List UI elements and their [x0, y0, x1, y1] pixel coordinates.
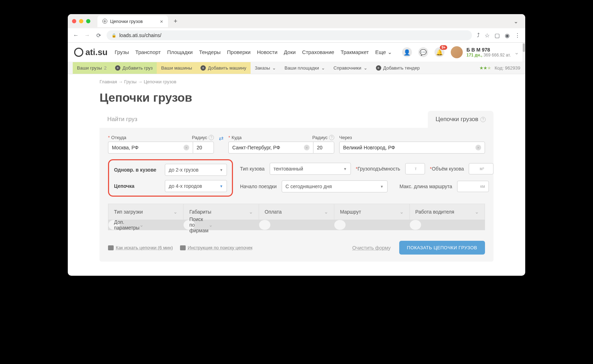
- browser-tab[interactable]: ⊚ Цепочки грузов ×: [97, 16, 168, 27]
- caret-icon: ▼: [343, 167, 347, 171]
- via-group: Через Великий Новгород, РФ×: [339, 135, 485, 154]
- plus-icon: +: [115, 65, 120, 71]
- chevron-down-icon: ⌄: [272, 65, 276, 71]
- filter-extra[interactable]: Доп. параметры⌄: [108, 220, 120, 230]
- submit-button[interactable]: ПОКАЗАТЬ ЦЕПОЧКИ ГРУЗОВ: [399, 241, 485, 255]
- user-days: 171 дн.,: [466, 53, 482, 58]
- subnav-orders[interactable]: Заказы ⌄: [251, 62, 280, 74]
- help-doc-link[interactable]: Инструкция по поиску цепочек: [180, 245, 253, 250]
- profile-icon[interactable]: 👤: [402, 47, 412, 57]
- page-title: Цепочки грузов: [100, 91, 493, 105]
- to-radius-input[interactable]: 20: [313, 142, 334, 154]
- url-bar: ← → ⟳ 🔒 loads.ati.su/chains/ ⤴ ☆ ▢ ◉ ⋮: [68, 28, 525, 42]
- tab-chains[interactable]: Цепочки грузов ?: [428, 111, 493, 128]
- nav-checks[interactable]: Проверки: [227, 49, 251, 55]
- simul-select[interactable]: до 2-х грузов▼: [165, 164, 227, 176]
- subnav-platforms[interactable]: Ваши площадки ⌄: [280, 62, 329, 74]
- close-window-icon[interactable]: [72, 19, 76, 23]
- maximize-window-icon[interactable]: [86, 19, 90, 23]
- breadcrumb-cargo[interactable]: Грузы: [124, 79, 137, 84]
- from-input[interactable]: Москва, РФ×: [108, 142, 193, 154]
- rating-stars-icon: ★★★: [479, 65, 491, 71]
- kebab-menu-icon[interactable]: ⋮: [515, 32, 520, 39]
- plus-icon: +: [200, 65, 206, 71]
- maxlen-input[interactable]: км: [457, 181, 489, 192]
- to-input[interactable]: Санкт-Петербург, РФ×: [228, 142, 313, 154]
- nav-docs[interactable]: Доки: [284, 49, 296, 55]
- subnav-your-cargo[interactable]: Ваши грузы 2: [73, 62, 111, 74]
- via-input[interactable]: Великий Новгород, РФ×: [339, 142, 485, 154]
- nav-tenders[interactable]: Тендеры: [199, 49, 221, 55]
- filter-route[interactable]: Маршрут⌄: [334, 204, 409, 220]
- help-icon[interactable]: ?: [209, 135, 214, 140]
- subnav-add-truck[interactable]: +Добавить машину: [196, 62, 251, 74]
- tab-strip: ⊚ Цепочки грузов × + ⌄: [68, 14, 525, 28]
- notification-badge: 9+: [440, 45, 447, 50]
- user-menu[interactable]: Б В М 978 171 дн., 369 666.92 ат. ⌄: [451, 46, 519, 58]
- subnav: Ваши грузы 2 +Добавить груз Ваши машины …: [68, 62, 525, 74]
- nav-insurance[interactable]: Страхование: [302, 49, 334, 55]
- tab-overflow-icon[interactable]: ⌄: [511, 17, 521, 26]
- bookmark-icon[interactable]: ☆: [485, 32, 490, 39]
- tab-close-icon[interactable]: ×: [160, 18, 163, 24]
- chevron-down-icon: ⌄: [249, 209, 253, 215]
- notifications-icon[interactable]: 🔔9+: [435, 47, 444, 57]
- minimize-window-icon[interactable]: [79, 19, 83, 23]
- chevron-down-icon: ⌄: [321, 65, 325, 71]
- tab-find-cargo[interactable]: Найти груз: [100, 111, 145, 128]
- browser-chrome: ⊚ Цепочки грузов × + ⌄ ← → ⟳ 🔒 loads.ati…: [68, 14, 525, 43]
- capacity-input[interactable]: т: [405, 163, 425, 174]
- nav-transport[interactable]: Транспорт: [135, 49, 161, 55]
- subnav-refs[interactable]: Справочники ⌄: [329, 62, 372, 74]
- subnav-add-tender[interactable]: +Добавить тендер: [372, 62, 424, 74]
- scrollbar-thumb[interactable]: [523, 43, 525, 52]
- browser-window: ⊚ Цепочки грузов × + ⌄ ← → ⟳ 🔒 loads.ati…: [68, 14, 525, 276]
- nav-cargo[interactable]: Грузы: [115, 49, 129, 55]
- window-controls: [72, 19, 90, 23]
- clear-icon[interactable]: ×: [304, 145, 310, 150]
- subnav-your-trucks[interactable]: Ваши машины: [157, 62, 196, 74]
- from-radius-input[interactable]: 20: [193, 142, 214, 154]
- help-video-link[interactable]: Как искать цепочки (6 мин): [108, 245, 173, 250]
- back-icon[interactable]: ←: [73, 32, 79, 38]
- subnav-add-cargo[interactable]: +Добавить груз: [111, 62, 157, 74]
- header-right: 👤 💬 🔔9+ Б В М 978 171 дн., 369 666.92 ат…: [402, 46, 519, 58]
- reload-icon[interactable]: ⟳: [95, 32, 102, 39]
- extension-icon[interactable]: ◉: [505, 32, 510, 39]
- scrollbar[interactable]: [522, 43, 525, 62]
- share-icon[interactable]: ⤴: [477, 32, 480, 39]
- nav-news[interactable]: Новости: [257, 49, 277, 55]
- sidepanel-icon[interactable]: ▢: [495, 32, 500, 39]
- body-type-select[interactable]: тентованный▼: [270, 163, 351, 175]
- start-select[interactable]: С сегодняшнего дня▼: [282, 180, 388, 192]
- help-icon[interactable]: ?: [480, 117, 486, 122]
- user-info: Б В М 978 171 дн., 369 666.92 ат.: [466, 47, 511, 58]
- clear-icon[interactable]: ×: [184, 145, 189, 150]
- filter-firms[interactable]: Поиск по фирмам⌄: [184, 220, 195, 230]
- forward-icon: →: [84, 32, 90, 38]
- url-field[interactable]: 🔒 loads.ati.su/chains/: [107, 30, 472, 40]
- chevron-down-icon: ⌄: [139, 222, 144, 228]
- filter-load-type[interactable]: Тип загрузки⌄: [108, 204, 183, 220]
- plus-icon: +: [376, 65, 381, 71]
- new-tab-button[interactable]: +: [171, 16, 180, 26]
- nav-trackmarket[interactable]: Тракмаркет: [341, 49, 369, 55]
- site-header: ati.su Грузы Транспорт Площадки Тендеры …: [68, 43, 525, 62]
- nav-more[interactable]: Еще ⌄: [375, 49, 392, 55]
- nav-platforms[interactable]: Площадки: [167, 49, 192, 55]
- chat-icon[interactable]: 💬: [418, 47, 428, 57]
- main-nav: Грузы Транспорт Площадки Тендеры Проверк…: [115, 49, 392, 55]
- page-tabs: Найти груз Цепочки грузов ?: [100, 111, 493, 128]
- breadcrumb-home[interactable]: Главная: [100, 79, 117, 84]
- chain-select[interactable]: до 4-х городов▼: [165, 180, 227, 192]
- clear-icon[interactable]: ×: [475, 145, 481, 150]
- subnav-right: ★★★ Код: 962939: [479, 65, 520, 71]
- help-icon[interactable]: ?: [329, 135, 334, 140]
- filter-payment[interactable]: Оплата⌄: [259, 204, 334, 220]
- content: Главная → Грузы → Цепочки грузов Цепочки…: [68, 74, 525, 276]
- filter-driver-work[interactable]: Работа водителя⌄: [410, 204, 485, 220]
- clear-form-link[interactable]: Очистить форму: [352, 245, 391, 251]
- logo[interactable]: ati.su: [74, 47, 108, 57]
- swap-icon[interactable]: ⇄: [219, 135, 223, 154]
- volume-input[interactable]: м³: [469, 163, 493, 174]
